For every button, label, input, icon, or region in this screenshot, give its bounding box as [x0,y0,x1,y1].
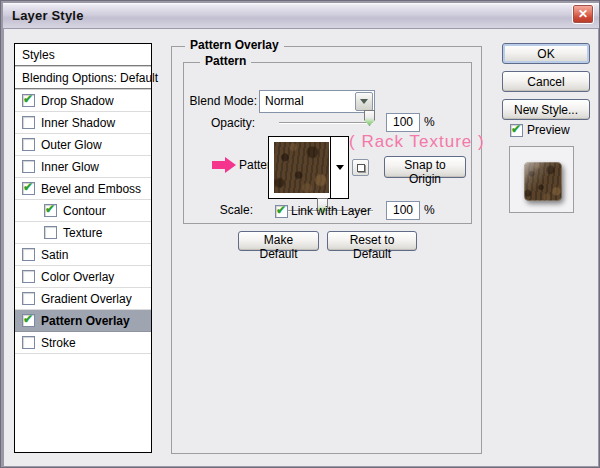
pattern-group: Pattern Blend Mode: Normal Opacity: 100 … [183,62,472,224]
sidebar-item-label: Inner Glow [41,160,99,174]
blending-options-label: Blending Options: Default [22,71,158,85]
sidebar-item-inner-shadow[interactable]: ✔ Inner Shadow [15,112,151,134]
sidebar-item-label: Bevel and Emboss [41,182,141,196]
close-icon[interactable]: ✕ [572,4,594,24]
sidebar-item-label: Contour [63,204,106,218]
sidebar-item-bevel-and-emboss[interactable]: ✔ Bevel and Emboss [15,178,151,200]
sidebar-item-label: Satin [41,248,68,262]
reset-to-default-button[interactable]: Reset to Default [327,231,417,251]
opacity-unit: % [424,115,435,129]
check-icon: ✔ [511,122,521,136]
preview-checkbox[interactable]: ✔ [510,124,523,137]
snap-to-origin-button[interactable]: Snap to Origin [384,156,466,178]
sidebar-item-label: Gradient Overlay [41,292,132,306]
opacity-input[interactable]: 100 [386,113,420,132]
check-icon: ✔ [23,180,33,194]
style-preview-thumbnail [524,162,562,201]
contour-checkbox[interactable]: ✔ [44,204,57,217]
layer-style-dialog: Layer Style ✕ Styles Blending Options: D… [0,0,600,468]
stroke-checkbox[interactable]: ✔ [22,336,35,349]
check-icon: ✔ [45,202,55,216]
scale-value: 100 [393,203,413,217]
styles-header-label: Styles [22,48,55,62]
link-with-layer-checkbox[interactable]: ✔ [275,205,288,218]
opacity-value: 100 [393,115,413,129]
sidebar-item-outer-glow[interactable]: ✔ Outer Glow [15,134,151,156]
opacity-label: Opacity: [187,116,255,130]
sidebar-item-label: Drop Shadow [41,94,114,108]
texture-checkbox[interactable]: ✔ [44,226,57,239]
panel-legend: Pattern Overlay [185,38,284,52]
ok-button[interactable]: OK [502,43,590,64]
chevron-down-icon[interactable] [355,92,373,111]
cancel-button[interactable]: Cancel [502,71,590,92]
blend-mode-label: Blend Mode: [187,94,257,108]
sidebar-item-blending-options[interactable]: Blending Options: Default [15,67,151,90]
sidebar-item-stroke[interactable]: ✔ Stroke [15,332,151,354]
outer-glow-checkbox[interactable]: ✔ [22,138,35,151]
sidebar-item-label: Outer Glow [41,138,102,152]
scale-input[interactable]: 100 [386,201,420,220]
sidebar-item-gradient-overlay[interactable]: ✔ Gradient Overlay [15,288,151,310]
blend-mode-value: Normal [265,94,304,108]
sidebar-item-pattern-overlay[interactable]: ✔ Pattern Overlay [15,310,151,332]
new-preset-button[interactable] [352,159,369,176]
sidebar-item-contour[interactable]: ✔ Contour [15,200,151,222]
pattern-picker[interactable] [268,136,349,199]
gloss-highlight [524,162,562,201]
styles-list-header: Styles [15,44,151,67]
inner-glow-checkbox[interactable]: ✔ [22,160,35,173]
dialog-body: Styles Blending Options: Default ✔ Drop … [4,29,598,466]
pattern-overlay-panel: Pattern Overlay Pattern Blend Mode: Norm… [171,46,482,454]
pattern-overlay-checkbox[interactable]: ✔ [22,314,35,327]
satin-checkbox[interactable]: ✔ [22,248,35,261]
pattern-thumbnail[interactable] [274,142,329,193]
color-overlay-checkbox[interactable]: ✔ [22,270,35,283]
opacity-slider-track[interactable] [279,122,373,124]
sidebar-item-label: Color Overlay [41,270,114,284]
styles-list: Styles Blending Options: Default ✔ Drop … [14,43,152,453]
blend-mode-select[interactable]: Normal [259,90,375,113]
pink-arrow-icon [212,157,236,173]
check-icon: ✔ [276,203,286,217]
sidebar-item-label: Stroke [41,336,76,350]
sidebar-item-texture[interactable]: ✔ Texture [15,222,151,244]
scale-label: Scale: [187,203,253,217]
pattern-group-legend: Pattern [200,54,251,68]
window-title: Layer Style [3,8,84,23]
sidebar-item-satin[interactable]: ✔ Satin [15,244,151,266]
make-default-button[interactable]: Make Default [238,231,319,251]
sidebar-item-drop-shadow[interactable]: ✔ Drop Shadow [15,90,151,112]
title-bar[interactable]: Layer Style [3,3,599,29]
drop-shadow-checkbox[interactable]: ✔ [22,94,35,107]
sidebar-item-label: Texture [63,226,102,240]
style-preview-box [509,146,574,213]
sidebar-item-inner-glow[interactable]: ✔ Inner Glow [15,156,151,178]
divider [330,137,331,198]
new-preset-icon [357,164,365,172]
sidebar-item-label: Pattern Overlay [41,314,130,328]
preview-label: Preview [527,123,570,137]
inner-shadow-checkbox[interactable]: ✔ [22,116,35,129]
pattern-dropdown-icon[interactable] [336,165,344,170]
gradient-overlay-checkbox[interactable]: ✔ [22,292,35,305]
link-with-layer-label: Link with Layer [291,204,371,218]
rack-texture-annotation: ( Rack Texture ) [349,132,485,152]
sidebar-item-label: Inner Shadow [41,116,115,130]
bevel-emboss-checkbox[interactable]: ✔ [22,182,35,195]
new-style-button[interactable]: New Style... [502,99,590,120]
sidebar-item-color-overlay[interactable]: ✔ Color Overlay [15,266,151,288]
check-icon: ✔ [23,312,33,326]
scale-unit: % [424,203,435,217]
check-icon: ✔ [23,92,33,106]
